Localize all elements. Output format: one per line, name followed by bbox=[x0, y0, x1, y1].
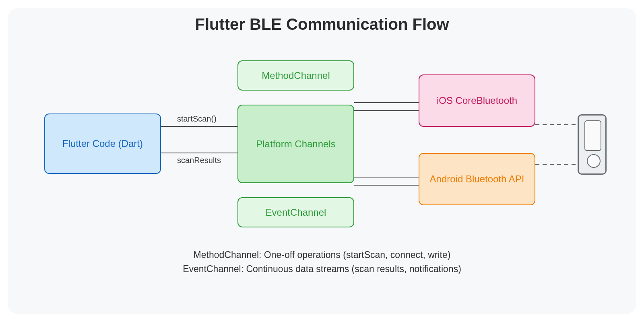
caption-event-channel: EventChannel: Continuous data streams (s… bbox=[8, 264, 636, 275]
diagram-canvas: Flutter BLE Communication Flow device (d… bbox=[8, 8, 636, 314]
node-android-bluetooth-api: Android Bluetooth API bbox=[419, 153, 535, 205]
caption-method-channel: MethodChannel: One-off operations (start… bbox=[8, 250, 636, 260]
node-ios-corebluetooth: iOS CoreBluetooth bbox=[419, 74, 535, 127]
node-event-channel: EventChannel bbox=[237, 197, 354, 227]
diagram-title: Flutter BLE Communication Flow bbox=[8, 15, 636, 33]
node-method-channel: MethodChannel bbox=[237, 60, 354, 91]
ble-device-icon bbox=[578, 114, 607, 175]
node-platform-channels: Platform Channels bbox=[237, 105, 354, 183]
edge-label-start-scan: startScan() bbox=[177, 114, 217, 124]
edge-label-scan-results: scanResults bbox=[177, 156, 221, 165]
node-flutter-code: Flutter Code (Dart) bbox=[44, 114, 161, 174]
